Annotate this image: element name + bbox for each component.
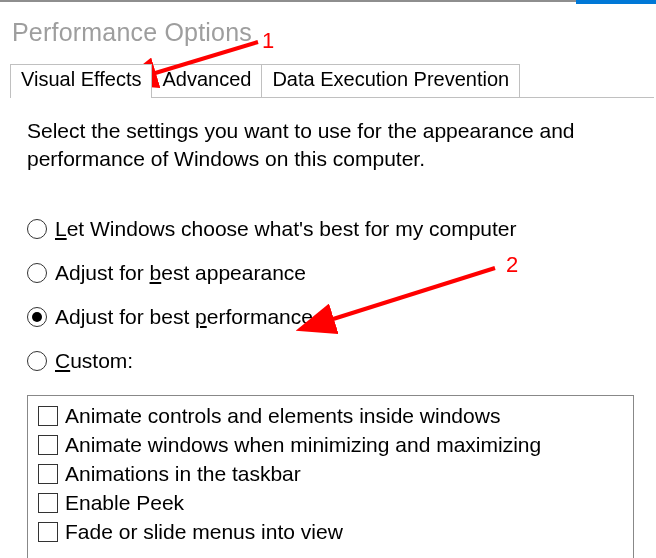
radio-let-windows-choose[interactable]: Let Windows choose what's best for my co…: [27, 217, 517, 241]
tab-label: Visual Effects: [21, 68, 141, 90]
radio-group-perf-mode: Let Windows choose what's best for my co…: [27, 217, 517, 393]
annotation-label-2: 2: [506, 252, 518, 278]
annotation-label-1: 1: [262, 28, 274, 54]
radio-icon: [27, 307, 47, 327]
radio-label: Let Windows choose what's best for my co…: [55, 217, 517, 241]
visual-effects-list[interactable]: Animate controls and elements inside win…: [27, 395, 634, 558]
check-label: Enable Peek: [65, 491, 184, 515]
tab-strip: Visual Effects Advanced Data Execution P…: [10, 64, 654, 98]
tab-data-execution-prevention[interactable]: Data Execution Prevention: [261, 64, 520, 97]
radio-best-performance[interactable]: Adjust for best performance: [27, 305, 517, 329]
tab-label: Data Execution Prevention: [272, 68, 509, 90]
check-animate-windows[interactable]: Animate windows when minimizing and maxi…: [38, 430, 623, 459]
radio-icon: [27, 351, 47, 371]
checkbox-icon: [38, 493, 58, 513]
intro-text: Select the settings you want to use for …: [27, 117, 624, 174]
radio-custom[interactable]: Custom:: [27, 349, 517, 373]
check-animate-controls[interactable]: Animate controls and elements inside win…: [38, 401, 623, 430]
check-label: Animations in the taskbar: [65, 462, 301, 486]
checkbox-icon: [38, 406, 58, 426]
radio-icon: [27, 219, 47, 239]
tab-visual-effects[interactable]: Visual Effects: [10, 64, 152, 97]
tab-advanced[interactable]: Advanced: [151, 64, 262, 97]
tab-label: Advanced: [162, 68, 251, 90]
radio-label: Adjust for best appearance: [55, 261, 306, 285]
check-label: Fade or slide menus into view: [65, 520, 343, 544]
check-fade-menus[interactable]: Fade or slide menus into view: [38, 517, 623, 546]
radio-icon: [27, 263, 47, 283]
tab-panel-visual-effects: Select the settings you want to use for …: [10, 97, 654, 558]
checkbox-icon: [38, 464, 58, 484]
check-taskbar-animations[interactable]: Animations in the taskbar: [38, 459, 623, 488]
radio-best-appearance[interactable]: Adjust for best appearance: [27, 261, 517, 285]
check-enable-peek[interactable]: Enable Peek: [38, 488, 623, 517]
window-top-border: [0, 0, 656, 2]
check-label: Animate windows when minimizing and maxi…: [65, 433, 541, 457]
window-title: Performance Options: [12, 18, 252, 47]
checkbox-icon: [38, 435, 58, 455]
radio-label: Adjust for best performance: [55, 305, 313, 329]
check-label: Animate controls and elements inside win…: [65, 404, 500, 428]
checkbox-icon: [38, 522, 58, 542]
radio-label: Custom:: [55, 349, 133, 373]
